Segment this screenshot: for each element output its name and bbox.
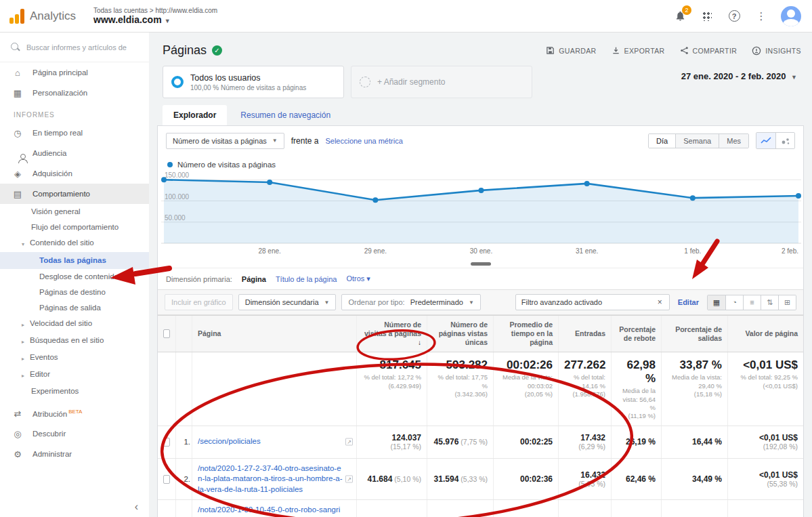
sidebar-item-discover[interactable]: ◎ Descubrir	[0, 423, 149, 444]
share-button[interactable]: COMPARTIR	[680, 46, 738, 55]
advanced-filter-chip[interactable]: Filtro avanzado activado ×	[515, 294, 670, 310]
comparison-view-button[interactable]: ⇅	[761, 295, 778, 310]
sidebar-item-home[interactable]: ⌂ Página principal	[0, 62, 149, 83]
page-link[interactable]: /nota/2020-1-27-2-37-40-otro-asesinato-e…	[198, 463, 343, 495]
dimension-page[interactable]: Página	[242, 275, 266, 283]
metric-selector-dropdown[interactable]: Número de visitas a páginas ▼	[166, 133, 284, 149]
segment-all-users[interactable]: Todos los usuarios 100,00 % Número de vi…	[163, 66, 344, 98]
page-link[interactable]: /seccion/policiales	[198, 436, 261, 447]
total-unique-pageviews: 593.282	[433, 358, 488, 372]
sidebar-item-behavior-flow[interactable]: Flujo del comportamiento	[0, 220, 149, 235]
external-link-icon[interactable]: ↗	[345, 438, 353, 446]
percentage-view-button[interactable]: ◔	[725, 295, 743, 310]
edit-filter-link[interactable]: Editar	[678, 298, 699, 306]
svg-text:1 feb.: 1 feb.	[684, 247, 701, 255]
search-input[interactable]	[26, 43, 135, 51]
external-link-icon[interactable]: ↗	[345, 476, 353, 483]
header-avg-time[interactable]: Promedio de tiempo en la página	[493, 316, 558, 352]
row-checkbox[interactable]	[163, 438, 170, 447]
scrubber-handle[interactable]	[471, 262, 491, 266]
account-picker[interactable]: Todas las cuentas > http://www.eldia.com…	[93, 7, 217, 25]
sidebar-item-exit-pages[interactable]: Páginas de salida	[0, 300, 149, 316]
sort-type-dropdown[interactable]: Ordenar por tipo: Predeterminado ▼	[341, 294, 480, 310]
filter-chip-label: Filtro avanzado activado	[521, 298, 602, 306]
close-icon[interactable]: ×	[656, 297, 664, 307]
line-chart-button[interactable]	[756, 133, 775, 148]
performance-view-button[interactable]: ≡	[743, 295, 761, 310]
sidebar-item-realtime[interactable]: ◷ En tiempo real	[0, 123, 149, 143]
versus-label: frente a	[291, 136, 319, 146]
sidebar-item-site-search[interactable]: ▸ Búsquedas en el sitio	[0, 333, 149, 350]
row-checkbox[interactable]	[163, 475, 170, 484]
legend-dot-icon	[167, 162, 173, 167]
page-value-pct: (192,08 %)	[763, 442, 798, 451]
dimension-other[interactable]: Otros ▾	[346, 274, 370, 283]
tab-navigation-summary[interactable]: Resumen de navegación	[230, 105, 341, 125]
page-value: <0,01 US$	[759, 470, 798, 480]
plot-rows-button[interactable]: Incluir en gráfico	[165, 294, 233, 310]
header-page-value[interactable]: Valor de página	[727, 316, 803, 352]
save-button[interactable]: GUARDAR	[546, 46, 596, 55]
breadcrumb: Todas las cuentas > http://www.eldia.com	[93, 7, 217, 14]
apps-button[interactable]	[700, 9, 714, 24]
header-entrances[interactable]: Entradas	[558, 316, 611, 352]
total-exit: 33,87 %	[667, 358, 722, 372]
sidebar-item-label: Audiencia	[33, 149, 67, 157]
sidebar-item-publisher[interactable]: ▸ Editor	[0, 367, 149, 384]
acquisition-icon: ◈	[12, 169, 23, 179]
add-segment-button[interactable]: + Añadir segmento	[351, 66, 532, 98]
sidebar-item-landing-pages[interactable]: Páginas de destino	[0, 285, 149, 300]
page-value: <0,01 US$	[759, 433, 798, 442]
sidebar-item-events[interactable]: ▸ Eventos	[0, 350, 149, 367]
page-link[interactable]: /nota/2020-1-30-10-45-0-otro-robo-sangri…	[198, 505, 343, 517]
sidebar-item-behavior[interactable]: ▤ Comportamiento	[0, 184, 149, 204]
table-view-button[interactable]: ▦	[708, 295, 725, 310]
analytics-logo[interactable]: Analytics	[0, 9, 93, 24]
sidebar-item-site-content[interactable]: ▾ Contenido del sitio	[0, 235, 149, 252]
table-totals-row: 817.645 % del total: 12,72 %(6.429.949) …	[158, 352, 803, 426]
sidebar-item-all-pages[interactable]: Todas las páginas	[0, 252, 149, 269]
help-button[interactable]: ?	[727, 9, 742, 24]
sidebar-search[interactable]	[0, 33, 149, 62]
pageviews-value: 124.037	[392, 433, 421, 442]
chevron-right-icon: ▸	[22, 352, 30, 364]
notifications-button[interactable]: 2	[672, 9, 687, 24]
secondary-dimension-dropdown[interactable]: Dimensión secundaria ▼	[238, 294, 337, 310]
granularity-month-button[interactable]: Mes	[719, 134, 748, 148]
sidebar-item-label: Todas las páginas	[39, 256, 106, 264]
header-bounce[interactable]: Porcentaje de rebote	[611, 316, 661, 352]
sidebar-item-label: Personalización	[33, 89, 87, 97]
granularity-week-button[interactable]: Semana	[675, 134, 719, 148]
pivot-view-button[interactable]: ⊞	[778, 295, 796, 310]
select-metric-link[interactable]: Seleccione una métrica	[325, 137, 402, 145]
date-range-picker[interactable]: 27 ene. 2020 - 2 feb. 2020 ▼	[681, 66, 801, 81]
sidebar-item-behavior-overview[interactable]: Visión general	[0, 204, 149, 220]
sidebar-collapse-button[interactable]: ‹	[135, 501, 138, 513]
motion-chart-button[interactable]	[775, 133, 794, 148]
sidebar-item-experiments[interactable]: Experimentos	[0, 384, 149, 399]
sidebar-item-audience[interactable]: Audiencia	[0, 143, 149, 163]
sidebar-item-admin[interactable]: ⚙ Administrar	[0, 444, 149, 464]
sidebar: ⌂ Página principal ▦ Personalización INF…	[0, 33, 149, 517]
sidebar-item-customization[interactable]: ▦ Personalización	[0, 83, 149, 103]
tab-explorer[interactable]: Explorador	[163, 105, 227, 125]
line-chart[interactable]: 50.000100.000150.00028 ene.29 ene.30 ene…	[161, 171, 801, 258]
reports-section-label: INFORMES	[0, 103, 149, 123]
avatar[interactable]	[781, 6, 801, 26]
export-button[interactable]: EXPORTAR	[612, 46, 665, 55]
pageviews-chart[interactable]: 50.000100.000150.00028 ene.29 ene.30 ene…	[158, 171, 803, 261]
more-menu-button[interactable]: ⋮	[754, 9, 769, 24]
header-pageviews[interactable]: Número de visitas a páginas↓	[356, 316, 427, 352]
insights-icon	[752, 46, 761, 56]
dimension-page-title[interactable]: Título de la página	[276, 275, 337, 283]
header-unique-pageviews[interactable]: Número de páginas vistas únicas	[427, 316, 493, 352]
sidebar-item-acquisition[interactable]: ◈ Adquisición	[0, 163, 149, 184]
header-exit[interactable]: Porcentaje de salidas	[661, 316, 727, 352]
sidebar-item-site-speed[interactable]: ▸ Velocidad del sitio	[0, 316, 149, 333]
insights-button[interactable]: INSIGHTS	[752, 46, 801, 56]
header-page[interactable]: Página	[192, 316, 356, 352]
select-all-checkbox[interactable]	[163, 329, 170, 338]
sidebar-item-attribution[interactable]: ⇄ AtribuciónBETA	[0, 403, 149, 423]
sidebar-item-content-drilldown[interactable]: Desglose de contenido	[0, 269, 149, 285]
granularity-day-button[interactable]: Día	[649, 134, 675, 148]
